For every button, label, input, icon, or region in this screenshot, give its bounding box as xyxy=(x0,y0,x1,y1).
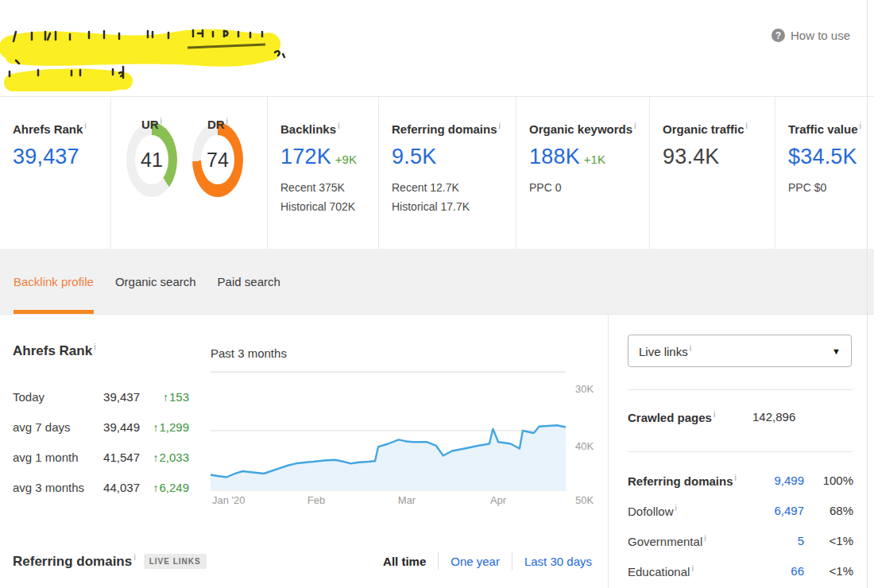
rank-row-label: avg 3 months xyxy=(13,481,102,494)
info-icon[interactable]: i xyxy=(226,116,228,126)
info-icon[interactable]: i xyxy=(634,121,636,130)
stat-label: Governmental xyxy=(628,535,702,548)
backlinks-value[interactable]: 172K xyxy=(280,145,331,168)
ur-donut-chart: 41 xyxy=(126,122,177,197)
divider xyxy=(628,451,853,452)
list-item: Educationali 66 <1% xyxy=(628,555,853,586)
organic-keywords-label: Organic keywords xyxy=(529,122,632,136)
filter-all-time[interactable]: All time xyxy=(383,555,426,568)
filter-one-year[interactable]: One year xyxy=(451,555,500,568)
organic-keywords-value[interactable]: 188K xyxy=(529,145,580,168)
filter-divider xyxy=(512,552,512,570)
table-row: Today 39,437 ↑153 xyxy=(13,381,189,412)
referring-domains-historical: Historical 17.7K xyxy=(392,200,509,213)
referring-domains-header-row: Referring domainsi LIVE LINKS All time O… xyxy=(13,552,592,570)
ur-gauge: URi 41 xyxy=(126,116,178,197)
stat-percent: <1% xyxy=(804,534,853,547)
info-icon[interactable]: i xyxy=(84,121,86,130)
referring-domains-value[interactable]: 9.5K xyxy=(392,145,436,168)
list-item: Referring domainsi 9,499 100% xyxy=(628,465,853,495)
metric-traffic-value: Traffic valuei $34.5K PPC $0 xyxy=(775,97,874,249)
backlinks-recent: Recent 375K xyxy=(280,181,372,194)
info-icon[interactable]: i xyxy=(714,409,715,419)
table-row: avg 1 month 41,547 ↑2,033 xyxy=(13,442,189,472)
stat-value-link[interactable]: 9,499 xyxy=(755,474,804,487)
tab-backlink-profile[interactable]: Backlink profile xyxy=(14,249,94,314)
svg-text:Jan '20: Jan '20 xyxy=(212,494,246,506)
info-icon[interactable]: i xyxy=(704,533,706,543)
info-icon[interactable]: i xyxy=(675,503,677,513)
dr-gauge: DRi 74 xyxy=(191,116,244,197)
how-to-use-link[interactable]: ? How to use xyxy=(772,29,850,42)
info-icon[interactable]: i xyxy=(860,121,861,130)
rank-row-label: Today xyxy=(13,390,102,404)
divider xyxy=(628,389,853,390)
live-links-badge: LIVE LINKS xyxy=(144,554,207,569)
content-area: Ahrefs Ranki Today 39,437 ↑153 avg 7 day… xyxy=(0,315,874,588)
ur-label: UR xyxy=(141,118,159,131)
live-links-select-value: Live links xyxy=(639,345,688,358)
backlinks-historical: Historical 702K xyxy=(280,200,372,213)
traffic-value-value[interactable]: $34.5K xyxy=(788,145,857,168)
info-icon[interactable]: i xyxy=(690,343,691,353)
info-icon[interactable]: i xyxy=(499,121,501,130)
svg-text:30K: 30K xyxy=(575,383,594,395)
time-filters: All time One year Last 30 days xyxy=(383,552,592,570)
ahrefs-rank-value[interactable]: 39,437 xyxy=(13,145,79,168)
tab-organic-search[interactable]: Organic search xyxy=(115,249,196,314)
dr-label: DR xyxy=(207,118,225,131)
referring-domains-section-title: Referring domains xyxy=(13,554,132,569)
header: ? How to use xyxy=(0,0,874,96)
svg-text:Feb: Feb xyxy=(307,494,325,506)
table-row: avg 3 months 44,037 ↑6,249 xyxy=(13,472,189,502)
info-icon[interactable]: i xyxy=(160,116,162,126)
info-icon[interactable]: i xyxy=(691,563,693,573)
ahrefs-rank-label: Ahrefs Rank xyxy=(13,122,83,136)
rank-table: Today 39,437 ↑153 avg 7 days 39,449 ↑1,2… xyxy=(13,381,189,502)
crawled-pages-row: Crawled pagesi 142,896 xyxy=(628,409,853,424)
organic-keywords-delta: +1K xyxy=(584,153,605,166)
organic-keywords-ppc: PPC 0 xyxy=(529,181,643,194)
up-arrow-icon: ↑ xyxy=(153,451,158,464)
rank-row-value: 41,547 xyxy=(102,451,140,464)
rank-row-change: 1,299 xyxy=(159,420,189,434)
list-item: Dofollowi 6,497 68% xyxy=(628,495,853,525)
metric-backlinks: Backlinksi 172K+9K Recent 375K Historica… xyxy=(268,97,379,249)
stat-label: Educational xyxy=(628,565,690,578)
dr-value: 74 xyxy=(192,122,243,197)
stat-percent: <1% xyxy=(804,564,853,578)
metric-ur-dr: URi 41 DRi 74 xyxy=(111,97,268,249)
rank-row-value: 44,037 xyxy=(102,481,140,494)
domain-stats-list: Referring domainsi 9,499 100% Dofollowi … xyxy=(628,465,853,586)
info-icon[interactable]: i xyxy=(133,552,135,562)
stat-label: Referring domains xyxy=(628,474,733,488)
filter-divider xyxy=(438,552,439,570)
metric-organic-keywords: Organic keywordsi 188K+1K PPC 0 xyxy=(516,97,650,249)
rank-trend-chart: Past 3 months 30K40K50KJan '20FebMarApr xyxy=(211,346,601,510)
table-row: avg 7 days 39,449 ↑1,299 xyxy=(13,412,189,442)
dr-donut-chart: 74 xyxy=(192,122,243,197)
stat-value-link[interactable]: 66 xyxy=(755,564,804,578)
info-icon[interactable]: i xyxy=(94,342,95,351)
live-links-select[interactable]: Live linksi ▼ xyxy=(628,335,852,367)
info-icon[interactable]: i xyxy=(735,473,737,482)
chart-title: Past 3 months xyxy=(211,346,601,360)
metrics-row: Ahrefs Ranki 39,437 URi 41 DRi 74 Backli… xyxy=(0,96,874,249)
svg-text:Apr: Apr xyxy=(490,494,507,506)
right-stats-panel: Live linksi ▼ Crawled pagesi 142,896 Ref… xyxy=(609,315,867,588)
tab-paid-search[interactable]: Paid search xyxy=(218,249,280,314)
ur-value: 41 xyxy=(126,122,177,197)
metric-ahrefs-rank: Ahrefs Ranki 39,437 xyxy=(0,97,111,249)
info-icon[interactable]: i xyxy=(746,121,748,130)
referring-domains-label: Referring domains xyxy=(392,122,497,136)
up-arrow-icon: ↑ xyxy=(153,482,158,494)
stat-value-link[interactable]: 5 xyxy=(755,534,804,547)
svg-text:40K: 40K xyxy=(575,440,594,452)
rank-row-label: avg 7 days xyxy=(13,420,102,434)
rank-row-change: 153 xyxy=(169,390,189,404)
stat-value-link[interactable]: 6,497 xyxy=(755,504,804,517)
filter-last-30-days[interactable]: Last 30 days xyxy=(524,555,592,568)
up-arrow-icon: ↑ xyxy=(163,391,168,404)
how-to-use-label: How to use xyxy=(791,29,850,42)
info-icon[interactable]: i xyxy=(338,121,339,130)
